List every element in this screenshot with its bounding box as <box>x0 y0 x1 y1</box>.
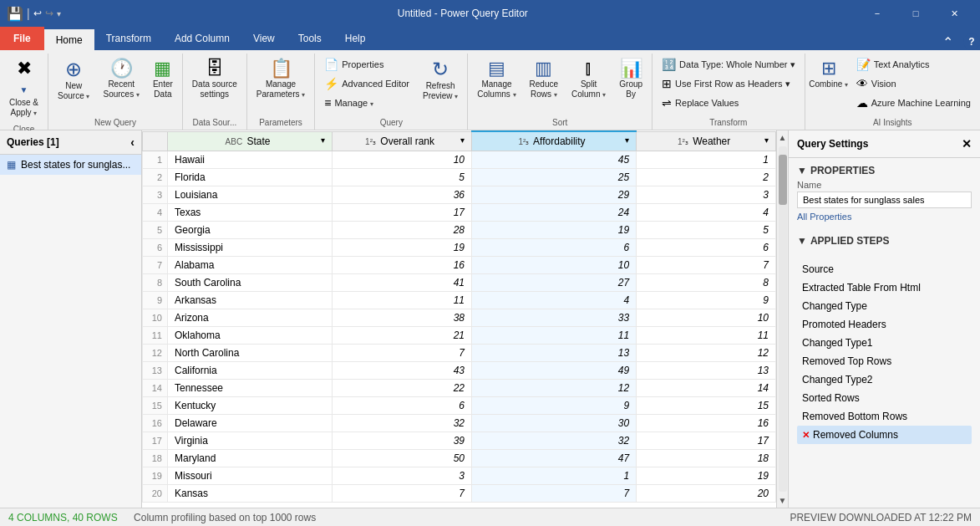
applied-step-item[interactable]: Extracted Table From Html <box>797 278 972 297</box>
table-container[interactable]: ABC State ▾ 1²₃ Overall rank ▾ 1²₃ Affor… <box>142 130 776 508</box>
row-number: 3 <box>143 186 168 204</box>
all-properties-link[interactable]: All Properties <box>797 212 851 222</box>
replace-values-label: Replace Values <box>675 98 739 108</box>
applied-step-item[interactable]: Changed Type <box>797 297 972 315</box>
manage-button[interactable]: ≡ Manage ▾ <box>318 94 415 112</box>
cell-overall: 36 <box>333 186 472 204</box>
cell-state: Oklahoma <box>168 327 333 345</box>
close-apply-button[interactable]: ✖▼ Close &Apply ▾ <box>3 55 44 120</box>
query-settings-close-icon[interactable]: ✕ <box>962 137 972 151</box>
cell-weather: 11 <box>637 327 776 345</box>
cell-weather: 4 <box>637 204 776 222</box>
help-button[interactable]: ? <box>963 33 980 50</box>
step-label: Removed Top Rows <box>802 355 891 367</box>
applied-step-item[interactable]: Removed Top Rows⚙ <box>797 352 972 370</box>
scroll-thumb[interactable] <box>779 155 787 205</box>
data-type-button[interactable]: 🔢 Data Type: Whole Number ▾ <box>656 55 800 74</box>
cell-weather: 20 <box>637 485 776 503</box>
close-group-content: ✖▼ Close &Apply ▾ <box>3 55 44 122</box>
overall-col-dropdown[interactable]: ▾ <box>460 135 465 145</box>
cell-weather: 15 <box>637 397 776 415</box>
step-label: Sorted Rows <box>802 392 860 404</box>
sidebar-item-best-states[interactable]: ▦ Best states for sunglas... <box>0 155 141 175</box>
cell-affordability: 10 <box>471 257 636 274</box>
advanced-editor-button[interactable]: ⚡ Advanced Editor <box>318 74 415 93</box>
col-header-state[interactable]: ABC State ▾ <box>168 131 333 151</box>
enter-data-button[interactable]: ▦ EnterData <box>147 55 179 102</box>
col-header-affordability[interactable]: 1²₃ Affordability ▾ <box>471 131 636 151</box>
weather-col-dropdown[interactable]: ▾ <box>764 135 769 145</box>
manage-columns-button[interactable]: ▤ ManageColumns ▾ <box>471 55 521 102</box>
ribbon-group-data-source: 🗄 Data sourcesettings Data Sour... <box>183 54 247 130</box>
use-first-row-button[interactable]: ⊞ Use First Row as Headers ▾ <box>656 74 800 93</box>
group-by-button[interactable]: 📊 GroupBy <box>613 55 648 102</box>
scroll-track[interactable] <box>779 146 787 492</box>
text-analytics-button[interactable]: 📝 Text Analytics <box>851 55 977 74</box>
query-settings-panel: Query Settings ✕ ▼ PROPERTIES Name All P… <box>788 130 980 508</box>
enter-data-icon: ▦ <box>154 59 171 78</box>
table-row: 12 North Carolina 7 13 12 <box>143 345 776 362</box>
recent-sources-button[interactable]: 🕐 RecentSources ▾ <box>97 55 145 102</box>
query-settings-title: Query Settings <box>797 138 868 150</box>
manage-parameters-button[interactable]: 📋 ManageParameters ▾ <box>251 55 311 102</box>
close-window-button[interactable]: ✕ <box>935 0 973 27</box>
columns-group-content: ▤ ManageColumns ▾ ▥ ReduceRows ▾ ⫿ Split… <box>471 55 648 115</box>
applied-step-item[interactable]: Changed Type2 <box>797 370 972 389</box>
query-name-input[interactable] <box>797 192 972 208</box>
col-state-label: State <box>247 135 271 147</box>
applied-step-item[interactable]: Changed Type1 <box>797 334 972 352</box>
applied-step-item[interactable]: Removed Bottom Rows⚙ <box>797 407 972 426</box>
tab-help[interactable]: Help <box>333 27 378 50</box>
table-row: 19 Missouri 3 1 19 <box>143 467 776 485</box>
affordability-col-dropdown[interactable]: ▾ <box>625 135 629 145</box>
combine-button[interactable]: ⊞ Combine ▾ <box>809 55 849 92</box>
new-source-button[interactable]: ⊕ NewSource ▾ <box>52 55 95 104</box>
recent-sources-icon: 🕐 <box>110 59 133 78</box>
cell-overall: 38 <box>333 309 472 327</box>
applied-step-item[interactable]: Source <box>797 260 972 278</box>
vertical-scrollbar[interactable]: ▲ ▼ <box>776 130 788 508</box>
tab-transform[interactable]: Transform <box>94 27 163 50</box>
ai-group-content: ⊞ Combine ▾ 📝 Text Analytics 👁 Vision ☁ … <box>809 55 977 115</box>
close-apply-icon: ✖▼ <box>17 59 32 96</box>
azure-ml-button[interactable]: ☁ Azure Machine Learning <box>851 94 977 112</box>
data-source-settings-button[interactable]: 🗄 Data sourcesettings <box>186 55 243 102</box>
window-controls[interactable]: − □ ✕ <box>858 0 973 27</box>
row-number: 10 <box>143 309 168 327</box>
applied-step-item[interactable]: Promoted Headers⚙ <box>797 315 972 334</box>
transform-small-buttons: 🔢 Data Type: Whole Number ▾ ⊞ Use First … <box>656 55 800 112</box>
cell-weather: 3 <box>637 186 776 204</box>
col-affordability-label: Affordability <box>533 135 585 147</box>
cell-affordability: 19 <box>471 222 636 239</box>
replace-values-button[interactable]: ⇌ Replace Values <box>656 94 800 112</box>
applied-step-item[interactable]: ✕Removed Columns <box>797 426 972 444</box>
sidebar-collapse-icon[interactable]: ‹ <box>130 135 135 149</box>
manage-columns-label: ManageColumns ▾ <box>477 79 515 100</box>
tab-add-column[interactable]: Add Column <box>163 27 241 50</box>
cell-affordability: 33 <box>471 309 636 327</box>
step-label: Removed Columns <box>813 429 898 441</box>
col-header-weather[interactable]: 1²₃ Weather ▾ <box>637 131 776 151</box>
split-column-icon: ⫿ <box>584 59 593 78</box>
col-header-overall[interactable]: 1²₃ Overall rank ▾ <box>333 131 472 151</box>
split-column-button[interactable]: ⫿ SplitColumn ▾ <box>566 55 612 102</box>
properties-button[interactable]: 📄 Properties <box>318 55 415 74</box>
cell-state: Texas <box>168 204 333 222</box>
data-type-icon: 🔢 <box>662 58 676 71</box>
refresh-preview-button[interactable]: ↻ RefreshPreview ▾ <box>417 55 464 104</box>
state-col-dropdown[interactable]: ▾ <box>321 135 325 145</box>
vision-button[interactable]: 👁 Vision <box>851 74 977 93</box>
maximize-button[interactable]: □ <box>896 0 935 27</box>
overall-type-icon: 1²₃ <box>365 137 376 146</box>
status-bar: 4 COLUMNS, 40 ROWS Column profiling base… <box>0 508 980 526</box>
tab-home[interactable]: Home <box>44 27 94 50</box>
data-type-label: Data Type: Whole Number ▾ <box>679 59 795 70</box>
reduce-rows-button[interactable]: ▥ ReduceRows ▾ <box>524 55 564 102</box>
applied-step-item[interactable]: Sorted Rows <box>797 389 972 407</box>
ribbon-collapse-icon[interactable]: ⌃ <box>939 34 957 50</box>
cell-overall: 28 <box>333 222 472 239</box>
tab-file[interactable]: File <box>0 27 44 50</box>
minimize-button[interactable]: − <box>858 0 896 27</box>
tab-tools[interactable]: Tools <box>287 27 333 50</box>
tab-view[interactable]: View <box>241 27 287 50</box>
